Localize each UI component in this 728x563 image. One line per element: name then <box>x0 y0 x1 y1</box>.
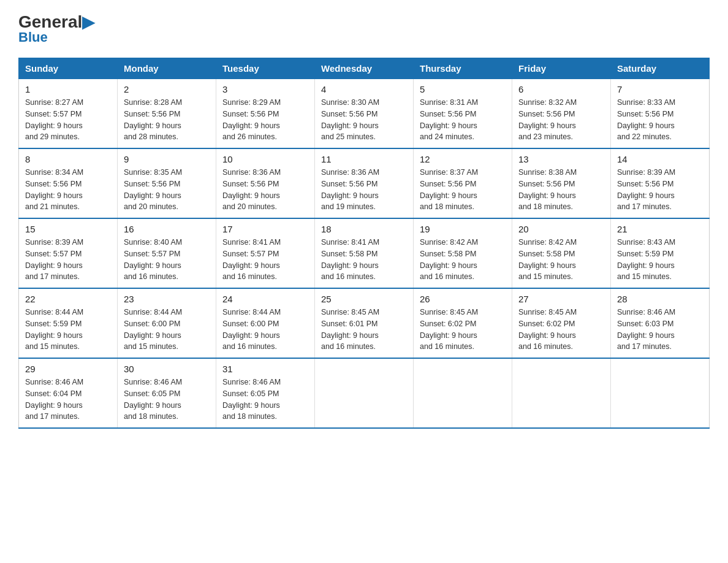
day-info: Sunrise: 8:30 AMSunset: 5:56 PMDaylight:… <box>321 97 407 143</box>
logo: General▶ Blue <box>18 12 94 45</box>
weekday-tuesday: Tuesday <box>216 58 315 79</box>
day-info: Sunrise: 8:39 AMSunset: 5:57 PMDaylight:… <box>25 237 111 283</box>
day-info: Sunrise: 8:38 AMSunset: 5:56 PMDaylight:… <box>518 167 604 213</box>
weekday-thursday: Thursday <box>414 58 512 79</box>
calendar-week-5: 29 Sunrise: 8:46 AMSunset: 6:04 PMDaylig… <box>19 358 710 428</box>
day-info: Sunrise: 8:34 AMSunset: 5:56 PMDaylight:… <box>25 167 111 213</box>
calendar-cell <box>414 358 512 428</box>
day-info: Sunrise: 8:37 AMSunset: 5:56 PMDaylight:… <box>420 167 506 213</box>
day-info: Sunrise: 8:32 AMSunset: 5:56 PMDaylight:… <box>518 97 604 143</box>
day-info: Sunrise: 8:33 AMSunset: 5:56 PMDaylight:… <box>617 97 703 143</box>
day-info: Sunrise: 8:45 AMSunset: 6:02 PMDaylight:… <box>420 307 506 353</box>
calendar-cell: 5 Sunrise: 8:31 AMSunset: 5:56 PMDayligh… <box>414 79 512 149</box>
weekday-wednesday: Wednesday <box>315 58 414 79</box>
calendar-cell: 15 Sunrise: 8:39 AMSunset: 5:57 PMDaylig… <box>19 218 118 288</box>
weekday-header-row: SundayMondayTuesdayWednesdayThursdayFrid… <box>19 58 710 79</box>
logo-arrow: ▶ <box>82 13 94 31</box>
weekday-saturday: Saturday <box>611 58 710 79</box>
day-number: 9 <box>124 154 210 164</box>
day-number: 19 <box>420 224 506 234</box>
calendar-cell: 19 Sunrise: 8:42 AMSunset: 5:58 PMDaylig… <box>414 218 512 288</box>
calendar-cell: 7 Sunrise: 8:33 AMSunset: 5:56 PMDayligh… <box>611 79 710 149</box>
calendar-cell: 20 Sunrise: 8:42 AMSunset: 5:58 PMDaylig… <box>512 218 611 288</box>
calendar-cell: 1 Sunrise: 8:27 AMSunset: 5:57 PMDayligh… <box>19 79 118 149</box>
weekday-monday: Monday <box>118 58 216 79</box>
day-number: 3 <box>222 84 308 94</box>
calendar-cell: 13 Sunrise: 8:38 AMSunset: 5:56 PMDaylig… <box>512 148 611 218</box>
logo-general: General <box>18 12 82 31</box>
day-number: 28 <box>617 294 703 304</box>
day-info: Sunrise: 8:46 AMSunset: 6:05 PMDaylight:… <box>124 377 210 423</box>
day-info: Sunrise: 8:39 AMSunset: 5:56 PMDaylight:… <box>617 167 703 213</box>
calendar-cell: 4 Sunrise: 8:30 AMSunset: 5:56 PMDayligh… <box>315 79 414 149</box>
calendar-cell: 22 Sunrise: 8:44 AMSunset: 5:59 PMDaylig… <box>19 288 118 358</box>
day-number: 23 <box>124 294 210 304</box>
day-number: 27 <box>518 294 604 304</box>
day-info: Sunrise: 8:28 AMSunset: 5:56 PMDaylight:… <box>124 97 210 143</box>
day-number: 21 <box>617 224 703 234</box>
day-info: Sunrise: 8:46 AMSunset: 6:04 PMDaylight:… <box>25 377 111 423</box>
calendar-cell: 11 Sunrise: 8:36 AMSunset: 5:56 PMDaylig… <box>315 148 414 218</box>
day-number: 4 <box>321 84 407 94</box>
calendar-cell: 17 Sunrise: 8:41 AMSunset: 5:57 PMDaylig… <box>216 218 315 288</box>
calendar-cell: 30 Sunrise: 8:46 AMSunset: 6:05 PMDaylig… <box>118 358 216 428</box>
calendar-week-1: 1 Sunrise: 8:27 AMSunset: 5:57 PMDayligh… <box>19 79 710 149</box>
day-number: 10 <box>222 154 308 164</box>
day-number: 31 <box>222 364 308 374</box>
day-number: 7 <box>617 84 703 94</box>
calendar-cell: 12 Sunrise: 8:37 AMSunset: 5:56 PMDaylig… <box>414 148 512 218</box>
day-number: 6 <box>518 84 604 94</box>
calendar-week-4: 22 Sunrise: 8:44 AMSunset: 5:59 PMDaylig… <box>19 288 710 358</box>
day-number: 15 <box>25 224 111 234</box>
calendar-cell <box>512 358 611 428</box>
day-number: 12 <box>420 154 506 164</box>
calendar-cell: 25 Sunrise: 8:45 AMSunset: 6:01 PMDaylig… <box>315 288 414 358</box>
day-number: 20 <box>518 224 604 234</box>
day-info: Sunrise: 8:27 AMSunset: 5:57 PMDaylight:… <box>25 97 111 143</box>
calendar-cell: 16 Sunrise: 8:40 AMSunset: 5:57 PMDaylig… <box>118 218 216 288</box>
calendar-cell: 18 Sunrise: 8:41 AMSunset: 5:58 PMDaylig… <box>315 218 414 288</box>
day-info: Sunrise: 8:44 AMSunset: 5:59 PMDaylight:… <box>25 307 111 353</box>
day-info: Sunrise: 8:36 AMSunset: 5:56 PMDaylight:… <box>222 167 308 213</box>
calendar-cell: 26 Sunrise: 8:45 AMSunset: 6:02 PMDaylig… <box>414 288 512 358</box>
calendar-cell <box>315 358 414 428</box>
calendar-cell: 29 Sunrise: 8:46 AMSunset: 6:04 PMDaylig… <box>19 358 118 428</box>
calendar-cell: 8 Sunrise: 8:34 AMSunset: 5:56 PMDayligh… <box>19 148 118 218</box>
day-number: 5 <box>420 84 506 94</box>
page-header: General▶ Blue <box>18 12 710 45</box>
calendar-cell: 23 Sunrise: 8:44 AMSunset: 6:00 PMDaylig… <box>118 288 216 358</box>
calendar-week-3: 15 Sunrise: 8:39 AMSunset: 5:57 PMDaylig… <box>19 218 710 288</box>
calendar-cell <box>611 358 710 428</box>
calendar-cell: 6 Sunrise: 8:32 AMSunset: 5:56 PMDayligh… <box>512 79 611 149</box>
day-info: Sunrise: 8:42 AMSunset: 5:58 PMDaylight:… <box>420 237 506 283</box>
day-info: Sunrise: 8:36 AMSunset: 5:56 PMDaylight:… <box>321 167 407 213</box>
day-number: 14 <box>617 154 703 164</box>
day-info: Sunrise: 8:46 AMSunset: 6:05 PMDaylight:… <box>222 377 308 423</box>
calendar-cell: 24 Sunrise: 8:44 AMSunset: 6:00 PMDaylig… <box>216 288 315 358</box>
calendar-cell: 2 Sunrise: 8:28 AMSunset: 5:56 PMDayligh… <box>118 79 216 149</box>
day-info: Sunrise: 8:35 AMSunset: 5:56 PMDaylight:… <box>124 167 210 213</box>
day-info: Sunrise: 8:40 AMSunset: 5:57 PMDaylight:… <box>124 237 210 283</box>
day-number: 24 <box>222 294 308 304</box>
day-number: 26 <box>420 294 506 304</box>
day-info: Sunrise: 8:44 AMSunset: 6:00 PMDaylight:… <box>222 307 308 353</box>
calendar-table: SundayMondayTuesdayWednesdayThursdayFrid… <box>18 58 710 429</box>
day-info: Sunrise: 8:43 AMSunset: 5:59 PMDaylight:… <box>617 237 703 283</box>
day-number: 22 <box>25 294 111 304</box>
calendar-cell: 3 Sunrise: 8:29 AMSunset: 5:56 PMDayligh… <box>216 79 315 149</box>
day-number: 17 <box>222 224 308 234</box>
day-number: 29 <box>25 364 111 374</box>
day-number: 30 <box>124 364 210 374</box>
calendar-cell: 27 Sunrise: 8:45 AMSunset: 6:02 PMDaylig… <box>512 288 611 358</box>
day-number: 18 <box>321 224 407 234</box>
day-info: Sunrise: 8:31 AMSunset: 5:56 PMDaylight:… <box>420 97 506 143</box>
calendar-cell: 14 Sunrise: 8:39 AMSunset: 5:56 PMDaylig… <box>611 148 710 218</box>
weekday-friday: Friday <box>512 58 611 79</box>
day-info: Sunrise: 8:41 AMSunset: 5:58 PMDaylight:… <box>321 237 407 283</box>
day-number: 2 <box>124 84 210 94</box>
day-info: Sunrise: 8:45 AMSunset: 6:01 PMDaylight:… <box>321 307 407 353</box>
day-number: 13 <box>518 154 604 164</box>
logo-blue: Blue <box>18 29 48 45</box>
day-info: Sunrise: 8:29 AMSunset: 5:56 PMDaylight:… <box>222 97 308 143</box>
weekday-sunday: Sunday <box>19 58 118 79</box>
